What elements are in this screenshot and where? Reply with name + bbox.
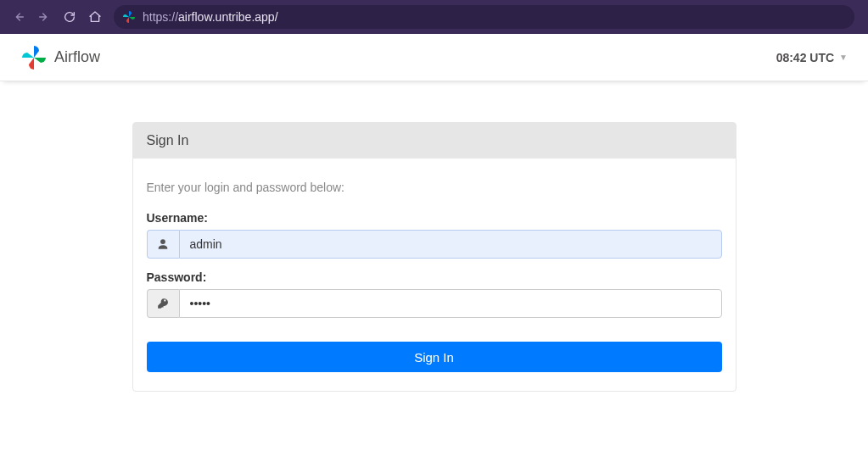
user-icon [147,230,179,259]
username-label: Username: [147,211,722,225]
username-input[interactable] [179,230,722,259]
airflow-favicon-icon [122,10,136,24]
password-input[interactable] [179,289,722,318]
url-scheme: https:// [143,10,178,24]
password-label: Password: [147,270,722,284]
airflow-brand[interactable]: Airflow [20,44,100,71]
username-input-group [147,230,722,259]
brand-name: Airflow [54,48,100,66]
clock-time: 08:42 UTC [776,51,834,64]
reload-icon [63,10,76,24]
url-host: airflow.untribe.app/ [178,10,278,24]
key-icon [147,289,179,318]
chevron-down-icon: ▼ [839,53,848,62]
arrow-left-icon [12,10,25,24]
nav-reload-button[interactable] [58,5,81,29]
nav-back-button[interactable] [7,5,31,29]
help-text: Enter your login and password below: [147,181,722,194]
home-icon [88,10,102,24]
browser-chrome: https://airflow.untribe.app/ [0,0,868,34]
arrow-right-icon [37,10,51,24]
url-text: https://airflow.untribe.app/ [143,10,278,24]
app-header: Airflow 08:42 UTC ▼ [0,34,868,81]
password-input-group [147,289,722,318]
nav-home-button[interactable] [83,5,107,29]
signin-button[interactable]: Sign In [147,342,722,372]
nav-forward-button[interactable] [32,5,56,29]
url-bar[interactable]: https://airflow.untribe.app/ [114,5,854,29]
card-title: Sign In [133,123,736,159]
page-body: Sign In Enter your login and password be… [0,81,868,392]
airflow-logo-icon [20,44,48,71]
clock[interactable]: 08:42 UTC ▼ [776,51,848,64]
signin-card: Sign In Enter your login and password be… [132,122,736,392]
